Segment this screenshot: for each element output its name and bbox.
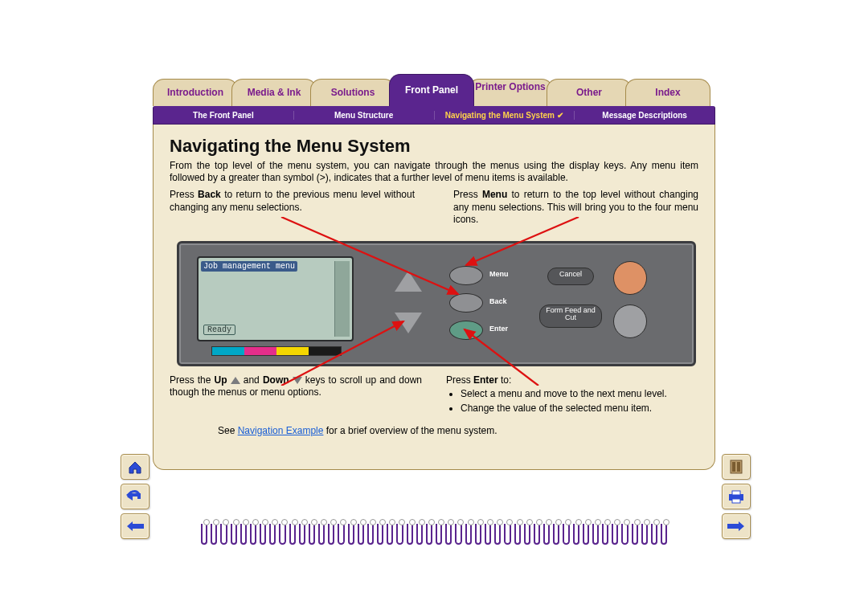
updown-description: Press the Up and Down keys to scroll up … xyxy=(170,374,422,417)
back-button-shape xyxy=(449,293,483,313)
print-button[interactable] xyxy=(722,484,751,509)
sub-tabs: The Front Panel Menu Structure Navigatin… xyxy=(153,106,715,125)
menu-description: Press Menu to return to the top level wi… xyxy=(453,189,698,227)
printer-icon xyxy=(727,489,745,504)
tab-printer-options[interactable]: Printer Options xyxy=(468,79,553,106)
back-button-label: Back xyxy=(489,297,538,305)
svg-rect-6 xyxy=(732,462,735,472)
cancel-button-shape xyxy=(613,261,647,295)
tab-printer-options-label: Printer Options xyxy=(475,81,545,92)
enter-button-label: Enter xyxy=(489,325,538,333)
left-hand-icon xyxy=(126,521,144,532)
check-icon: ✔ xyxy=(557,111,563,120)
lcd-screen: Job management menu Ready xyxy=(197,256,354,341)
tab-index[interactable]: Index xyxy=(625,79,710,106)
ink-indicator xyxy=(211,346,342,356)
down-arrow-button xyxy=(395,313,422,333)
menu-button-label: Menu xyxy=(489,270,538,278)
enter-button-shape xyxy=(449,321,483,340)
enter-description: Press Enter to: Select a menu and move t… xyxy=(446,374,698,417)
lcd-menu-title: Job management menu xyxy=(201,261,297,272)
intro-text: From the top level of the menu system, y… xyxy=(170,160,698,184)
tab-solutions[interactable]: Solutions xyxy=(310,79,395,106)
lcd-status: Ready xyxy=(203,325,235,335)
svg-rect-10 xyxy=(732,499,740,503)
lcd-icon-strip xyxy=(334,261,350,337)
door-icon xyxy=(728,459,744,475)
subtab-navigating[interactable]: Navigating the Menu System✔ xyxy=(435,111,575,120)
svg-rect-9 xyxy=(732,491,740,495)
back-description: Press Back to return to the previous men… xyxy=(170,189,415,227)
navigation-example-link[interactable]: Navigation Example xyxy=(238,425,324,436)
subtab-menu-structure[interactable]: Menu Structure xyxy=(294,111,435,120)
tab-introduction[interactable]: Introduction xyxy=(153,79,238,106)
cancel-pill: Cancel xyxy=(547,268,594,285)
menu-button-shape xyxy=(449,266,483,285)
enter-bullet-2: Change the value of the selected menu it… xyxy=(461,403,698,415)
spiral-binding xyxy=(201,524,667,546)
page-title: Navigating the Menu System xyxy=(170,136,698,157)
main-tabs: Introduction Media & Ink Solutions Front… xyxy=(153,72,715,106)
back-arrow-icon xyxy=(126,489,144,504)
up-triangle-icon xyxy=(231,377,240,384)
right-hand-icon xyxy=(727,521,745,532)
enter-bullet-1: Select a menu and move to the next menu … xyxy=(461,388,698,401)
down-triangle-icon xyxy=(293,377,302,384)
content-panel: Navigating the Menu System From the top … xyxy=(153,125,715,470)
subtab-navigating-label: Navigating the Menu System xyxy=(445,111,555,120)
prev-page-button[interactable] xyxy=(121,513,149,539)
svg-rect-7 xyxy=(737,462,740,472)
tab-front-panel[interactable]: Front Panel xyxy=(389,74,474,106)
home-icon xyxy=(127,460,143,474)
front-panel-illustration: Job management menu Ready Menu Back Ente… xyxy=(177,241,691,366)
subtab-front-panel[interactable]: The Front Panel xyxy=(154,111,294,120)
exit-button[interactable] xyxy=(722,454,751,480)
see-also: See Navigation Example for a brief overv… xyxy=(218,425,698,436)
back-nav-button[interactable] xyxy=(121,484,149,509)
home-button[interactable] xyxy=(121,454,149,480)
formfeed-pill: Form Feed and Cut xyxy=(539,304,602,328)
tab-media-ink[interactable]: Media & Ink xyxy=(231,79,317,106)
tab-other[interactable]: Other xyxy=(547,79,632,106)
subtab-message-desc[interactable]: Message Descriptions xyxy=(575,111,714,120)
formfeed-button-shape xyxy=(613,304,647,338)
next-page-button[interactable] xyxy=(722,513,751,539)
up-arrow-button xyxy=(395,271,422,292)
